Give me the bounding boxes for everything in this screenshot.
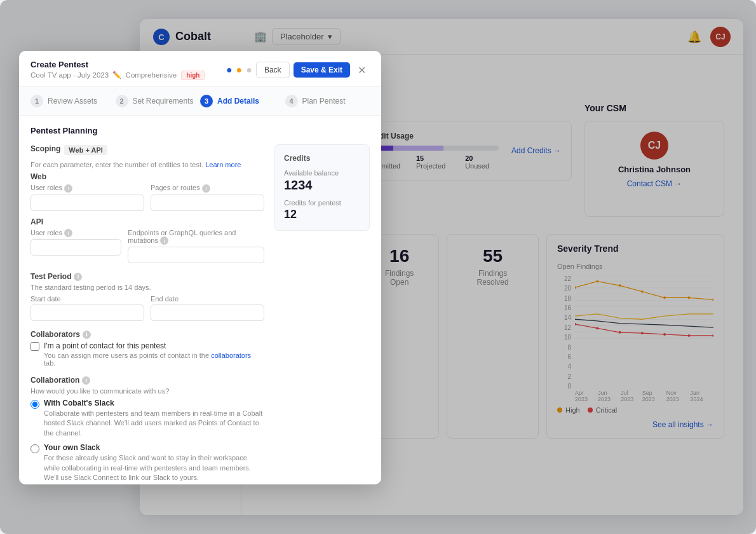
web-user-roles-info[interactable]: i — [64, 184, 72, 193]
end-date-input[interactable] — [151, 305, 264, 321]
test-period-label: Test Period i — [30, 272, 264, 281]
api-field: API User roles i Endpoint — [30, 217, 264, 264]
poc-checkbox[interactable] — [30, 342, 39, 351]
credits-pentest-label: Credits for pentest — [284, 199, 360, 207]
collaboration-desc: How would you like to communicate with u… — [30, 387, 264, 395]
pentest-planning-title: Pentest Planning — [30, 126, 370, 135]
api-endpoints-label: Endpoints or GraphQL queries and mutatio… — [128, 229, 264, 245]
step-3-circle: 3 — [200, 95, 213, 107]
test-period-info[interactable]: i — [74, 273, 82, 281]
modal-header: Create Pentest Cool TV app - July 2023 ✏… — [19, 51, 381, 87]
scoping-group: Scoping Web + API For each parameter, en… — [30, 144, 264, 263]
modal-two-pane: Scoping Web + API For each parameter, en… — [30, 144, 370, 484]
collab-own-slack-hint: For those already using Slack and want t… — [44, 453, 264, 483]
color-circle-gray[interactable]: ● — [246, 64, 252, 76]
web-inputs-row: User roles i Pages or routes i — [30, 184, 264, 211]
api-user-roles-input[interactable] — [30, 239, 121, 256]
poc-checkbox-hint: You can assign more users as points of c… — [44, 352, 264, 367]
web-user-roles-label: User roles i — [30, 184, 144, 193]
collab-own-slack-row: Your own Slack For those already using S… — [30, 443, 264, 483]
credits-box: Credits Available balance 1234 Credits f… — [274, 144, 370, 231]
modal-left-pane: Scoping Web + API For each parameter, en… — [30, 144, 264, 484]
api-label: API — [30, 217, 264, 226]
scope-tag: Web + API — [64, 145, 107, 155]
pentest-name: Cool TV app - July 2023 — [30, 71, 109, 79]
step-set-requirements[interactable]: 2 Set Requirements — [116, 95, 201, 107]
poc-checkbox-row: I'm a point of contact for this pentest … — [30, 341, 264, 367]
close-modal-button[interactable]: ✕ — [354, 63, 370, 78]
api-endpoints-input[interactable] — [128, 247, 264, 263]
step-3-label: Add Details — [217, 97, 259, 106]
end-date-label: End date — [151, 295, 264, 303]
collab-cobalt-slack-hint: Collaborate with pentesters and team mem… — [44, 409, 264, 438]
step-2-circle: 2 — [116, 95, 128, 107]
back-button[interactable]: Back — [256, 62, 290, 78]
collab-cobalt-slack-row: With Cobalt's Slack Collaborate with pen… — [30, 399, 264, 438]
poc-checkbox-label: I'm a point of contact for this pentest — [44, 341, 264, 350]
learn-more-link[interactable]: Learn more — [205, 161, 241, 168]
start-date-input[interactable] — [30, 305, 144, 321]
collaborators-label: Collaborators i — [30, 330, 264, 339]
credits-box-title: Credits — [284, 154, 360, 163]
modal-right-pane: Credits Available balance 1234 Credits f… — [274, 144, 370, 484]
scope-header: Scoping Web + API — [30, 144, 264, 156]
modal-body: Pentest Planning Scoping Web + API For e… — [19, 116, 381, 484]
end-date-field: End date — [151, 295, 264, 321]
api-inputs-row: User roles i Endpoints or GraphQL querie… — [30, 229, 264, 264]
scoping-desc: For each parameter, enter the number of … — [30, 161, 264, 168]
step-add-details[interactable]: 3 Add Details — [200, 95, 285, 107]
collaborators-info[interactable]: i — [83, 331, 91, 339]
modal-header-actions: ● ● ● Back Save & Exit ✕ — [226, 62, 370, 78]
credits-pentest-value: 12 — [284, 208, 360, 221]
collaboration-label: Collaboration i — [30, 376, 264, 385]
collaborators-tab-link[interactable]: collaborators — [211, 352, 251, 359]
test-period-group: Test Period i The standard testing perio… — [30, 272, 264, 321]
collaboration-group: Collaboration i How would you like to co… — [30, 376, 264, 484]
start-date-label: Start date — [30, 295, 144, 303]
steps-bar: 1 Review Assets 2 Set Requirements 3 Add… — [19, 87, 381, 116]
web-pages-label: Pages or routes i — [151, 184, 264, 193]
step-2-label: Set Requirements — [133, 97, 194, 106]
collab-own-slack-label: Your own Slack — [44, 443, 264, 452]
modal-title: Create Pentest — [30, 60, 205, 69]
collab-own-slack-radio[interactable] — [30, 444, 39, 453]
pentest-severity-tag: high — [181, 71, 205, 80]
web-pages-info[interactable]: i — [202, 184, 210, 193]
scoping-label: Scoping — [30, 144, 60, 153]
web-label: Web — [30, 172, 264, 181]
pentest-type: Comprehensive — [126, 71, 177, 79]
modal-title-area: Create Pentest Cool TV app - July 2023 ✏… — [30, 60, 205, 80]
web-pages-input[interactable] — [151, 195, 264, 211]
date-row: Start date End date — [30, 295, 264, 321]
save-exit-button[interactable]: Save & Exit — [294, 62, 350, 78]
step-4-circle: 4 — [285, 95, 298, 107]
api-endpoints-info[interactable]: i — [160, 236, 168, 245]
color-circle-blue[interactable]: ● — [226, 64, 233, 76]
step-1-circle: 1 — [30, 95, 43, 107]
collab-cobalt-slack-label: With Cobalt's Slack — [44, 399, 264, 407]
api-user-roles-label: User roles i — [30, 229, 121, 238]
color-circle-yellow[interactable]: ● — [236, 64, 243, 76]
start-date-field: Start date — [30, 295, 144, 321]
create-pentest-modal: Create Pentest Cool TV app - July 2023 ✏… — [19, 51, 381, 484]
api-user-roles-info[interactable]: i — [64, 229, 72, 237]
web-user-roles-input[interactable] — [30, 195, 144, 211]
web-field: Web User roles i Pages or — [30, 172, 264, 211]
available-balance-value: 1234 — [284, 178, 360, 193]
step-1-label: Review Assets — [48, 97, 97, 106]
step-4-label: Plan Pentest — [302, 97, 346, 106]
step-plan-pentest[interactable]: 4 Plan Pentest — [285, 95, 370, 107]
test-period-desc: The standard testing period is 14 days. — [30, 284, 264, 291]
step-review-assets[interactable]: 1 Review Assets — [30, 95, 116, 107]
collaboration-info[interactable]: i — [82, 376, 90, 385]
collab-cobalt-slack-radio[interactable] — [30, 400, 39, 409]
modal-subtitle: Cool TV app - July 2023 ✏️ Comprehensive… — [30, 71, 205, 80]
collaborators-group: Collaborators i I'm a point of contact f… — [30, 330, 264, 367]
available-balance-label: Available balance — [284, 169, 360, 177]
